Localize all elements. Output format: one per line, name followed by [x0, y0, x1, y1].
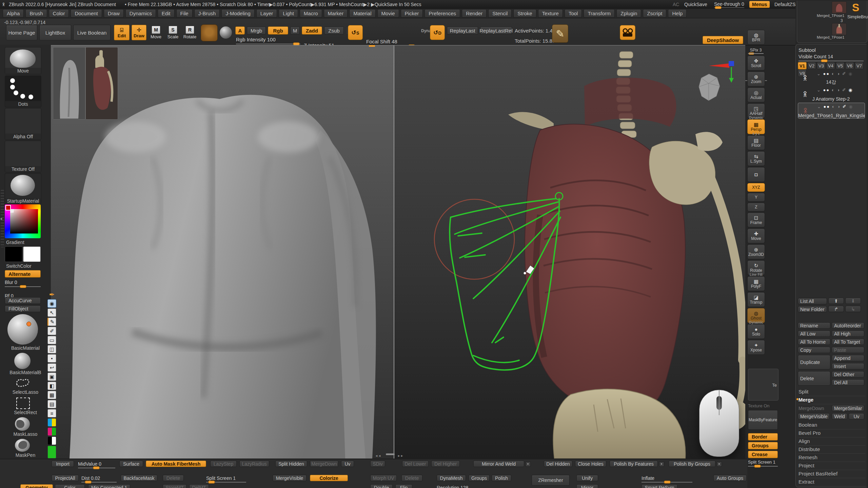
marker-icon[interactable]: ✐	[47, 327, 56, 335]
extract-section[interactable]: Extract	[798, 479, 865, 486]
stroke-type-icon[interactable]: ↺S	[348, 25, 363, 40]
texture-on-label[interactable]: Texture On	[748, 403, 770, 408]
secondary-color-swatch[interactable]	[23, 246, 41, 262]
weld-button[interactable]: Weld	[832, 413, 847, 420]
eye-icon[interactable]: ◉	[47, 299, 56, 308]
all-to-home-button[interactable]: All To Home	[798, 339, 830, 345]
smart-resym-button[interactable]: Smart ReSym	[642, 484, 677, 488]
zoom-button[interactable]: ⊕ Zoom	[747, 72, 765, 86]
import-button[interactable]: Import	[52, 461, 74, 467]
blur-slider[interactable]: Blur 0	[5, 280, 41, 285]
min-connected-slider[interactable]: Min Connected 1	[88, 484, 130, 488]
merge-visible-button[interactable]: MergeVisible	[798, 413, 830, 420]
menu-item[interactable]: Movie	[377, 9, 399, 18]
menu-item[interactable]: Help	[668, 9, 687, 18]
delete-button-row2a[interactable]: Delete	[163, 475, 184, 481]
chat-icon[interactable]: ◧	[47, 382, 56, 390]
camera-icon[interactable]	[620, 25, 635, 40]
gradient-label[interactable]: Gradient	[0, 240, 57, 245]
frame-button[interactable]: ⊡ Frame	[747, 212, 765, 227]
append-button[interactable]: Append	[832, 355, 864, 361]
remesh-section[interactable]: Remesh	[798, 454, 865, 462]
current-alpha-slot[interactable]: Alpha Off	[5, 108, 41, 140]
paste-button[interactable]: Paste	[832, 347, 864, 353]
split-screen-divider[interactable]	[394, 45, 394, 459]
resolution-slider[interactable]: Resolution 128	[437, 485, 488, 488]
all-to-target-button[interactable]: All To Target	[832, 339, 864, 345]
split-hidden-button[interactable]: Split Hidden	[275, 461, 307, 467]
texture-thumbnail-slot[interactable]: Te	[748, 369, 778, 401]
menu-item[interactable]: Transform	[584, 9, 615, 18]
main-color-swatch[interactable]	[5, 246, 22, 262]
subtool-title[interactable]: Subtool	[798, 47, 816, 53]
focal-shift-slider[interactable]: Focal Shift 48	[366, 39, 417, 44]
dot-icon[interactable]: •	[47, 354, 56, 363]
basic-material-b-thumbnail[interactable]	[14, 353, 31, 369]
accucurve-button[interactable]: AccuCurve	[5, 297, 41, 304]
merge-down-button[interactable]: MergeDown	[798, 406, 824, 411]
quicksave-button[interactable]: QuickSave	[684, 2, 707, 7]
split-section[interactable]: Split	[798, 389, 865, 396]
timeline-handle[interactable]	[386, 453, 395, 455]
move-to-folder-button[interactable]: ↱	[828, 306, 844, 312]
subtool-item-selected[interactable]: 🯅 ⌄ ●● ◐ ◑ ✐ ◉ Merged_TPose1_Ryan_Kingsl…	[798, 103, 865, 119]
solo-button[interactable]: Dynamic ● Solo	[747, 324, 765, 339]
transp-button[interactable]: ◪ Transp	[747, 292, 765, 307]
menu-item[interactable]: Light	[279, 9, 298, 18]
menu-item[interactable]: J-Modeling	[221, 9, 254, 18]
copy-button[interactable]: Copy	[798, 347, 830, 353]
menu-item[interactable]: Texture	[538, 9, 563, 18]
tool-thumbnail-1[interactable]	[832, 1, 847, 14]
tray-collapse-arrow[interactable]: ◂	[0, 216, 4, 221]
tab-v1[interactable]: V1	[798, 62, 807, 69]
tab-v4[interactable]: V4	[826, 62, 835, 69]
colorize-button[interactable]: Colorize	[310, 475, 348, 481]
menu-item[interactable]: Alpha	[3, 9, 24, 18]
surface-button[interactable]: Surface	[119, 461, 143, 467]
clipboard-icon[interactable]: ≡	[47, 409, 56, 418]
del-other-button[interactable]: Del Other	[832, 371, 864, 378]
flip-button[interactable]: Flip	[395, 484, 412, 488]
spix-slider[interactable]: SPix 3	[747, 46, 764, 55]
mirror-and-weld-axis-toggle[interactable]	[526, 462, 531, 467]
mergedown-button-row1[interactable]: MergeDown	[310, 461, 338, 467]
draw-button[interactable]: ✛Draw	[132, 25, 146, 40]
project-basrelief-section[interactable]: Project BasRelief	[798, 471, 865, 478]
menu-item[interactable]: Preferences	[425, 9, 460, 18]
lazystep-button[interactable]: LazyStep	[210, 461, 237, 467]
subtool-item[interactable]: 🯅 ⌄ ●● ◐ ◑ ✐ ◉ J Anatomy Step-2	[798, 86, 864, 102]
menu-item[interactable]: Marker	[324, 9, 348, 18]
autoreorder-button[interactable]: AutoReorder	[832, 322, 864, 329]
timeline-next-icon[interactable]: ►►	[397, 454, 403, 458]
delete-button-row2b[interactable]: Delete	[401, 475, 422, 481]
image-icon[interactable]: ▦	[47, 391, 56, 399]
fillobject-button[interactable]: FillObject	[5, 305, 41, 312]
all-low-button[interactable]: All Low	[798, 330, 830, 337]
move-out-folder-button[interactable]: ↳	[845, 306, 861, 312]
tool-thumbnail-2[interactable]	[832, 23, 847, 35]
current-brush-thumbnail[interactable]: Move	[5, 47, 41, 74]
move-view-button[interactable]: ✚ Move	[747, 228, 765, 243]
dynamesh-groups-button[interactable]: Groups	[469, 475, 490, 481]
menu-item[interactable]: Zscript	[643, 9, 666, 18]
undo-icon[interactable]: ↩	[47, 363, 56, 372]
menu-item[interactable]: Tool	[565, 9, 582, 18]
switch-color-button[interactable]: SwitchColor	[0, 263, 57, 269]
menu-item[interactable]: Layer	[256, 9, 277, 18]
reference-thumbnail-anatomy[interactable]	[85, 47, 118, 120]
dist-slider[interactable]: Dist 0.02	[81, 475, 117, 482]
local-pivot-button[interactable]: ◘	[747, 167, 765, 182]
material-rgb-button[interactable]: A	[235, 26, 245, 35]
edit-button[interactable]: ⌻Edit	[114, 25, 130, 40]
uv-button-row1[interactable]: Uv	[341, 461, 354, 467]
current-material-thumbnail[interactable]: StartupMaterial	[5, 173, 41, 204]
menu-item[interactable]: Draw	[104, 9, 124, 18]
alternate-button[interactable]: Alternate	[5, 270, 41, 278]
pen-icon[interactable]: ✎	[47, 318, 56, 326]
dynamic-mode-icon[interactable]: ↺D	[430, 25, 445, 40]
pencil-tool-icon[interactable]: ✎	[552, 24, 568, 43]
menu-item[interactable]: Dynamics	[125, 9, 156, 18]
cursor-icon[interactable]: ↖	[47, 308, 56, 317]
right-viewport-anatomy[interactable]	[394, 45, 745, 459]
swatch-black-white[interactable]	[47, 436, 56, 445]
